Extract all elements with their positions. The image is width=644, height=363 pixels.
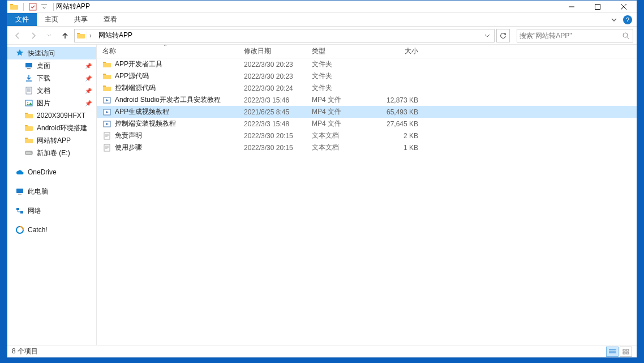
sidebar-item[interactable]: 文档📌: [7, 84, 96, 97]
icons-view-button[interactable]: [620, 347, 632, 357]
svg-rect-29: [103, 75, 111, 79]
sidebar-network[interactable]: 网络: [7, 204, 96, 217]
file-date: 2022/3/30 20:15: [244, 132, 312, 140]
qat-dropdown-icon[interactable]: [40, 2, 49, 11]
svg-rect-35: [104, 133, 110, 139]
file-name: 控制端源代码: [115, 83, 156, 93]
search-icon[interactable]: [621, 31, 630, 40]
desktop-icon: [24, 61, 33, 70]
pin-icon: 📌: [85, 63, 92, 69]
sidebar-onedrive[interactable]: OneDrive: [7, 166, 96, 178]
table-row[interactable]: 使用步骤2022/3/30 20:15文本文档1 KB: [97, 142, 637, 153]
file-type: MP4 文件: [312, 119, 377, 129]
table-row[interactable]: APP开发者工具2022/3/30 20:23文件夹: [97, 58, 637, 70]
sidebar-item-label: 桌面: [37, 61, 50, 71]
svg-point-7: [623, 33, 628, 37]
file-type: 文件夹: [312, 71, 377, 81]
sidebar-item-label: OneDrive: [28, 168, 57, 176]
table-row[interactable]: 控制端安装视频教程2022/3/3 15:48MP4 文件27,645 KB: [97, 118, 637, 130]
file-name: Android Studio开发者工具安装教程: [115, 95, 221, 105]
doc-icon: [24, 86, 33, 95]
up-button[interactable]: [58, 29, 72, 42]
sidebar-item-label: 快速访问: [28, 49, 55, 58]
breadcrumb-root-icon[interactable]: [75, 31, 87, 40]
explorer-window: 网站转APP 文件 主页 共享 查看 ? › 网站转APP: [7, 0, 637, 358]
column-name[interactable]: 名称: [97, 46, 244, 56]
tab-file[interactable]: 文件: [7, 13, 37, 26]
refresh-button[interactable]: [496, 29, 510, 42]
expand-ribbon-icon[interactable]: [609, 15, 619, 24]
sidebar-thispc[interactable]: 此电脑: [7, 185, 96, 198]
sidebar-item[interactable]: 新加卷 (E:): [7, 147, 96, 159]
tab-view[interactable]: 查看: [96, 13, 125, 26]
minimize-button[interactable]: [559, 1, 585, 13]
sidebar-item[interactable]: 桌面📌: [7, 59, 96, 72]
file-name: 使用步骤: [115, 143, 142, 152]
sidebar-item-label: 下载: [37, 74, 50, 83]
file-name: 控制端安装视频教程: [115, 119, 176, 129]
window-title: 网站转APP: [56, 2, 90, 11]
column-date[interactable]: 修改日期: [244, 46, 312, 56]
table-row[interactable]: Android Studio开发者工具安装教程2022/3/3 15:46MP4…: [97, 94, 637, 106]
search-input[interactable]: [520, 32, 621, 40]
folder-icon: [102, 72, 111, 81]
status-text: 8 个项目: [12, 347, 38, 356]
properties-icon[interactable]: [28, 2, 37, 11]
folder-icon: [102, 84, 111, 93]
file-date: 2022/3/30 20:23: [244, 61, 312, 69]
column-type[interactable]: 类型: [312, 46, 377, 56]
sidebar-item-label: 图片: [37, 99, 50, 108]
video-icon: [102, 96, 111, 105]
pc-icon: [15, 187, 24, 196]
svg-rect-4: [595, 4, 600, 9]
svg-rect-39: [623, 352, 625, 354]
folder-icon: [102, 60, 111, 69]
breadcrumb[interactable]: › 网站转APP: [74, 29, 495, 42]
sidebar-item[interactable]: 下载📌: [7, 72, 96, 84]
breadcrumb-segment[interactable]: 网站转APP: [94, 29, 137, 42]
maximize-button[interactable]: [585, 1, 611, 13]
sidebar-catch[interactable]: Catch!: [7, 224, 96, 236]
search-box[interactable]: [517, 29, 633, 42]
svg-rect-3: [41, 5, 47, 5]
sidebar-item[interactable]: 图片📌: [7, 97, 96, 109]
tab-home[interactable]: 主页: [37, 13, 66, 26]
sidebar-item-label: 网络: [28, 206, 41, 216]
sidebar-item[interactable]: 2020X309HFXT: [7, 109, 96, 122]
svg-rect-22: [18, 194, 22, 195]
back-button[interactable]: [11, 29, 24, 42]
sidebar-quick-access[interactable]: 快速访问: [7, 47, 96, 59]
forward-button[interactable]: [27, 29, 40, 42]
close-button[interactable]: [611, 1, 637, 13]
sidebar-item-label: 网站转APP: [37, 136, 71, 146]
svg-rect-36: [104, 144, 110, 151]
details-view-button[interactable]: [606, 347, 619, 357]
tab-share[interactable]: 共享: [66, 13, 96, 26]
chevron-right-icon[interactable]: ›: [87, 32, 94, 40]
table-row[interactable]: 免责声明2022/3/30 20:15文本文档2 KB: [97, 130, 637, 142]
folder-icon: [24, 136, 33, 145]
svg-rect-14: [25, 114, 33, 118]
file-type: 文件夹: [312, 59, 377, 69]
table-row[interactable]: APP生成视频教程2021/6/25 8:45MP4 文件65,493 KB: [97, 106, 637, 118]
help-icon[interactable]: ?: [623, 15, 632, 24]
file-size: 65,493 KB: [377, 108, 418, 116]
quick-access-toolbar: [10, 2, 56, 11]
table-row[interactable]: APP源代码2022/3/30 20:23文件夹: [97, 70, 637, 82]
catch-icon: [15, 225, 24, 234]
separator: [53, 3, 54, 11]
file-size: 1 KB: [377, 144, 418, 152]
sidebar-item-label: Android环境搭建: [37, 123, 87, 133]
column-size[interactable]: 大小: [377, 46, 418, 56]
breadcrumb-dropdown-icon[interactable]: [483, 31, 492, 40]
file-type: 文件夹: [312, 83, 377, 93]
sidebar-item-label: Catch!: [28, 226, 48, 234]
sort-indicator-icon: ˄: [164, 45, 167, 52]
folder-icon: [10, 2, 19, 11]
table-row[interactable]: 控制端源代码2022/3/30 20:24文件夹: [97, 82, 637, 94]
sidebar-item[interactable]: Android环境搭建: [7, 122, 96, 134]
separator: [23, 3, 24, 11]
sidebar-item[interactable]: 网站转APP: [7, 134, 96, 147]
recent-dropdown[interactable]: [42, 29, 56, 42]
svg-rect-38: [626, 349, 629, 351]
